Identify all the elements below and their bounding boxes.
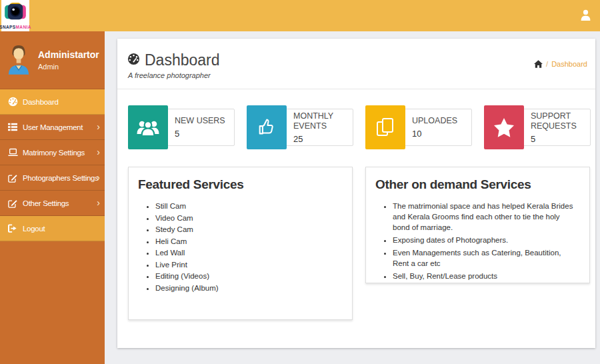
stat-label: UPLOADES xyxy=(412,116,469,126)
featured-services-list: Still Cam Video Cam Stedy Cam Heli Cam L… xyxy=(155,201,341,294)
stat-value: 25 xyxy=(293,134,351,144)
profile-name: Administartor xyxy=(38,49,99,60)
laptop-icon xyxy=(7,147,18,158)
featured-services-card: Featured Services Still Cam Video Cam St… xyxy=(128,167,353,320)
list-item: Even Managements such as Catering, Beaut… xyxy=(393,247,579,269)
list-item: The matrimonial space and has helped Ker… xyxy=(393,201,579,233)
other-services-card: Other on demand Services The matrimonial… xyxy=(365,167,590,283)
signout-icon xyxy=(7,223,18,234)
stat-card-new-users[interactable]: NEW USERS 5 xyxy=(128,105,235,149)
list-item: Heli Cam xyxy=(155,236,341,248)
list-item: Sell, Buy, Rent/Lease products xyxy=(393,271,579,281)
sidebar-item-label: Photographers Settings xyxy=(23,174,99,182)
page-title: Dashboard xyxy=(145,51,220,69)
chevron-right-icon: › xyxy=(97,146,100,157)
featured-services-title: Featured Services xyxy=(138,177,352,192)
sidebar-item-matrimony-settings[interactable]: Matrimony Settings › xyxy=(0,140,105,165)
sidebar-item-label: Other Settings xyxy=(23,199,69,207)
avatar xyxy=(6,43,31,77)
other-services-list: The matrimonial space and has helped Ker… xyxy=(393,201,579,281)
page-subtitle: A freelance photographer xyxy=(128,71,595,79)
stat-label: NEW USERS xyxy=(175,116,232,126)
app-window: SNAPSMANIA xyxy=(0,0,600,364)
main-content: Dashboard A freelance photographer / Das… xyxy=(105,31,600,364)
sidebar-item-label: Logout xyxy=(23,225,45,233)
star-icon xyxy=(484,105,524,149)
stat-card-support-requests[interactable]: SUPPORT REQUESTS 5 xyxy=(484,105,591,149)
content-panel: Dashboard A freelance photographer / Das… xyxy=(117,39,595,348)
list-icon xyxy=(7,122,18,133)
list-item: Stedy Cam xyxy=(155,224,341,236)
list-item: Video Cam xyxy=(155,213,341,225)
breadcrumb-current: Dashboard xyxy=(551,60,587,68)
profile-role: Admin xyxy=(38,63,99,71)
topbar: SNAPSMANIA xyxy=(0,0,600,31)
stat-label: SUPPORT REQUESTS xyxy=(531,111,588,131)
home-icon[interactable] xyxy=(534,60,543,68)
sidebar-item-logout[interactable]: Logout xyxy=(0,216,105,241)
edit-icon xyxy=(7,198,18,209)
list-item: Exposing dates of Photographers. xyxy=(393,235,579,245)
stat-card-monthly-events[interactable]: MONTHLY EVENTS 25 xyxy=(247,105,353,149)
list-item: Still Cam xyxy=(155,201,341,213)
sidebar-profile: Administartor Admin xyxy=(0,31,105,89)
edit-icon xyxy=(7,173,18,183)
sidebar-item-other-settings[interactable]: Other Settings › xyxy=(0,191,105,216)
sidebar-item-label: User Management xyxy=(23,123,83,131)
copy-icon xyxy=(365,105,405,149)
content-header: Dashboard A freelance photographer / Das… xyxy=(117,39,595,89)
thumbs-up-icon xyxy=(247,105,287,149)
sidebar: Administartor Admin Dashboard xyxy=(0,31,105,364)
sidebar-menu: Dashboard User Management › xyxy=(0,89,105,241)
tachometer-icon xyxy=(7,97,18,107)
breadcrumb: / Dashboard xyxy=(534,60,587,68)
list-item: Designing (Album) xyxy=(155,283,341,295)
chevron-right-icon: › xyxy=(97,171,100,182)
list-item: Live Print xyxy=(155,259,341,271)
camera-logo-icon xyxy=(5,3,26,24)
tachometer-icon xyxy=(127,53,140,68)
sidebar-item-label: Matrimony Settings xyxy=(23,149,85,157)
sidebar-item-user-management[interactable]: User Management › xyxy=(0,115,105,140)
stat-value: 10 xyxy=(412,129,469,139)
user-menu-button[interactable] xyxy=(577,8,593,24)
users-icon xyxy=(128,105,168,149)
stat-card-uploades[interactable]: UPLOADES 10 xyxy=(365,105,472,149)
list-item: Editing (Videos) xyxy=(155,271,341,283)
breadcrumb-separator: / xyxy=(546,60,548,68)
brand-name: SNAPSMANIA xyxy=(0,25,31,29)
stat-label: MONTHLY EVENTS xyxy=(293,111,351,131)
sidebar-item-photographers-settings[interactable]: Photographers Settings › xyxy=(0,165,105,191)
stat-value: 5 xyxy=(531,134,588,144)
other-services-title: Other on demand Services xyxy=(375,177,589,192)
stat-value: 5 xyxy=(175,129,232,139)
chevron-right-icon: › xyxy=(97,121,100,131)
sidebar-item-label: Dashboard xyxy=(23,98,59,106)
chevron-right-icon: › xyxy=(97,197,100,207)
user-icon xyxy=(581,9,591,23)
brand-logo[interactable]: SNAPSMANIA xyxy=(1,0,29,31)
list-item: Led Wall xyxy=(155,247,341,259)
sidebar-item-dashboard[interactable]: Dashboard xyxy=(0,89,105,115)
